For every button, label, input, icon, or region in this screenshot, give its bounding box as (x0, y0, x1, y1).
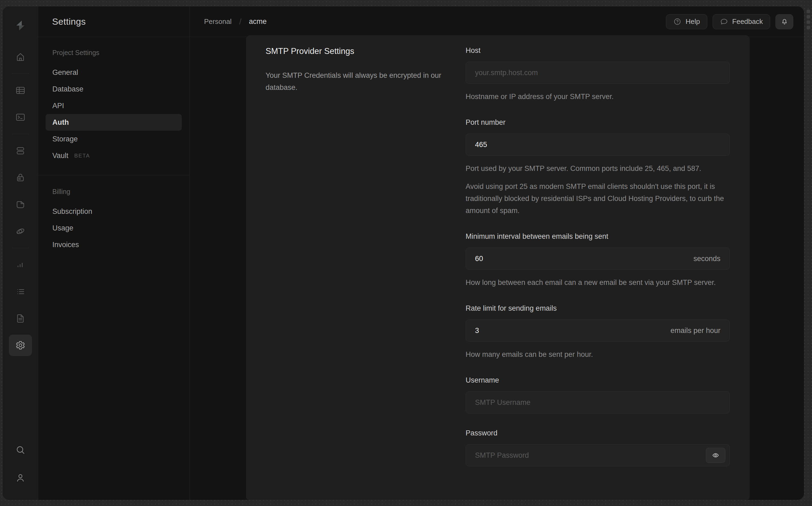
sidebar-header: Settings (38, 6, 189, 37)
settings-sidebar: Settings Project SettingsGeneralDatabase… (38, 6, 190, 500)
breadcrumb-project[interactable]: acme (249, 17, 267, 26)
rail-settings-button[interactable] (9, 335, 32, 356)
table-editor-icon (15, 85, 26, 96)
host-label: Host (466, 47, 730, 55)
help-button-label: Help (685, 17, 700, 26)
reveal-password-button[interactable] (706, 448, 725, 463)
sidebar-item-subscription[interactable]: Subscription (46, 203, 182, 220)
feedback-button-label: Feedback (732, 17, 763, 26)
breadcrumb-org[interactable]: Personal (204, 17, 232, 26)
sidebar-item-label: Usage (52, 224, 73, 232)
main-area: Personal / acme Help (190, 6, 804, 500)
input-suffix: emails per hour (670, 327, 721, 335)
smtp-settings-panel: SMTP Provider Settings Your SMTP Credent… (246, 35, 750, 500)
username-input[interactable] (475, 399, 721, 407)
port-input[interactable] (475, 141, 721, 149)
user-icon (15, 473, 26, 483)
breadcrumb-separator: / (239, 17, 241, 26)
field-rate-limit: Rate limit for sending emailsemails per … (466, 304, 730, 360)
port-label: Port number (466, 118, 730, 126)
supabase-logo[interactable] (9, 17, 32, 34)
rail-divider (11, 248, 29, 248)
sidebar-item-label: Vault (52, 152, 68, 160)
top-header: Personal / acme Help (190, 6, 804, 37)
bell-icon (780, 17, 789, 26)
password-input-box (466, 444, 730, 466)
app-window: Settings Project SettingsGeneralDatabase… (3, 6, 804, 500)
rail-logs-button[interactable] (9, 281, 32, 303)
rate-limit-input[interactable] (475, 327, 665, 335)
sidebar-item-label: Subscription (52, 207, 92, 216)
rail-search-button[interactable] (9, 439, 32, 461)
sidebar-item-vault[interactable]: VaultBETA (46, 147, 182, 164)
scrollbar-dot (807, 15, 810, 18)
rail-reports-button[interactable] (9, 254, 32, 275)
rail-divider (11, 134, 29, 134)
scrollbar-dot (807, 10, 810, 13)
sidebar-item-storage[interactable]: Storage (46, 131, 182, 147)
auth-icon (15, 172, 26, 183)
speech-bubble-icon (720, 17, 728, 26)
rail-database-button[interactable] (9, 140, 32, 162)
password-input[interactable] (475, 451, 700, 459)
sidebar-item-auth[interactable]: Auth (46, 114, 182, 131)
input-suffix: seconds (693, 255, 721, 263)
sidebar-item-label: Invoices (52, 241, 79, 249)
rail-docs-button[interactable] (9, 308, 32, 329)
field-minimum-interval: Minimum interval between emails being se… (466, 232, 730, 289)
sidebar-item-label: API (52, 102, 64, 110)
sidebar-item-usage[interactable]: Usage (46, 220, 182, 236)
rail-home-button[interactable] (9, 46, 32, 68)
reports-icon (15, 259, 26, 270)
sidebar-section-heading: Billing (46, 188, 182, 195)
window-scrollbar[interactable] (807, 10, 810, 29)
docs-icon (15, 313, 26, 324)
rail-storage-button[interactable] (9, 194, 32, 215)
sidebar-item-general[interactable]: General (46, 64, 182, 81)
field-host: HostHostname or IP address of your SMTP … (466, 47, 730, 103)
notifications-button[interactable] (776, 14, 793, 29)
host-input[interactable] (475, 69, 721, 77)
home-icon (15, 52, 26, 62)
username-label: Username (466, 376, 730, 385)
realtime-icon (15, 226, 26, 237)
port-input-box (466, 134, 730, 156)
field-helper: Avoid using port 25 as modern SMTP email… (466, 181, 730, 217)
field-helper: Hostname or IP address of your SMTP serv… (466, 91, 730, 103)
help-button[interactable]: Help (666, 14, 707, 29)
scrollbar-dot (807, 26, 810, 29)
rail-sql-editor-button[interactable] (9, 106, 32, 128)
minimum-interval-input[interactable] (475, 255, 688, 263)
sidebar-item-api[interactable]: API (46, 97, 182, 114)
page-title: Settings (52, 16, 86, 27)
feedback-button[interactable]: Feedback (713, 14, 770, 29)
rail-main-nav (9, 44, 32, 359)
field-port: Port numberPort used by your SMTP server… (466, 118, 730, 217)
rail-bottom-nav (9, 439, 32, 489)
storage-icon (15, 199, 26, 210)
sidebar-item-label: General (52, 68, 78, 77)
sidebar-item-label: Auth (52, 118, 69, 126)
breadcrumb: Personal / acme (204, 17, 267, 26)
panel-description: Your SMTP Credentials will always be enc… (266, 70, 443, 94)
sidebar-item-label: Storage (52, 135, 78, 143)
scrollbar-dot (807, 20, 810, 24)
minimum-interval-label: Minimum interval between emails being se… (466, 232, 730, 241)
rate-limit-label: Rate limit for sending emails (466, 304, 730, 313)
rate-limit-input-box: emails per hour (466, 320, 730, 342)
panel-intro: SMTP Provider Settings Your SMTP Credent… (266, 47, 443, 500)
sidebar-item-invoices[interactable]: Invoices (46, 236, 182, 253)
sql-editor-icon (15, 112, 26, 122)
rail-realtime-button[interactable] (9, 221, 32, 242)
nav-rail (3, 6, 38, 500)
rail-auth-button[interactable] (9, 167, 32, 188)
sidebar-item-database[interactable]: Database (46, 81, 182, 97)
username-input-box (466, 392, 730, 413)
smtp-form: HostHostname or IP address of your SMTP … (466, 47, 730, 500)
minimum-interval-input-box: seconds (466, 248, 730, 270)
rail-user-button[interactable] (9, 467, 32, 489)
search-icon (15, 444, 26, 455)
eye-icon (712, 451, 720, 459)
rail-table-editor-button[interactable] (9, 80, 32, 101)
field-helper: Port used by your SMTP server. Common po… (466, 163, 730, 175)
